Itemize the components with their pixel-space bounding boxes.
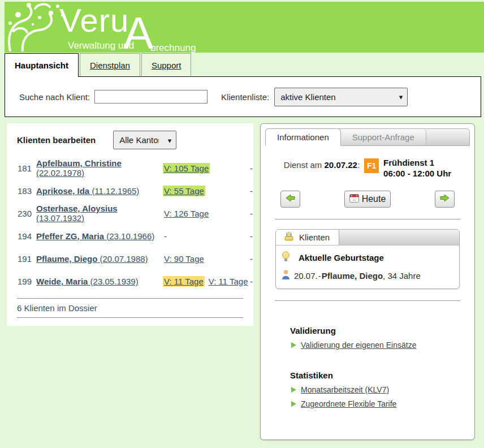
floral-ornament-icon	[6, 2, 67, 54]
tab-support[interactable]: Support	[141, 53, 192, 76]
shift-name: Frühdienst 1	[383, 158, 434, 167]
klient-search-input[interactable]	[94, 90, 208, 104]
client-row: 194 Pfeffer ZG, Maria (23.10.1966) - -	[17, 225, 243, 247]
person-icon	[282, 270, 290, 281]
klientenliste-select-wrap: aktive Klienten	[269, 88, 408, 106]
shift-details: Frühdienst 1 06:00 - 12:00 Uhr	[383, 157, 451, 179]
vacation-cell: V: 105 Tage	[163, 163, 245, 174]
client-row: 183 Aprikose, Ida (11.12.1965) V: 55 Tag…	[17, 179, 243, 202]
logo-text: Veru	[59, 4, 129, 37]
birthday-entry-row: 20.07.-Pflaume, Diego, 34 Jahre	[282, 270, 452, 281]
triangle-bullet-icon	[291, 342, 296, 348]
client-row: 181 Apfelbaum, Christine (22.02.1978) V:…	[17, 157, 243, 179]
client-row: 191 Pflaume, Diego (20.07.1988) V: 90 Ta…	[17, 247, 243, 270]
client-birthdate: (22.02.1978)	[36, 168, 84, 178]
divider	[275, 219, 460, 219]
section-validierung: Validierung Validierung der eigenen Eins…	[290, 326, 470, 350]
tab-hauptansicht[interactable]: Hauptansicht	[5, 53, 79, 77]
klienten-box-tab-strip: Klienten	[276, 230, 459, 245]
client-row: 230 Osterhase, Aloysius (13.07.1932) V: …	[17, 202, 243, 225]
client-id: 181	[17, 163, 32, 173]
client-id: 230	[17, 209, 32, 218]
client-row: 199 Weide, Maria (23.05.1939) V: 11 Tage…	[17, 270, 243, 292]
link-row: Monatsarbeitszeit (KLV7)	[291, 385, 470, 394]
prev-day-button[interactable]	[280, 191, 300, 208]
birthday-heading-row: Aktuelle Geburtstage	[282, 251, 452, 264]
date-navigation: 12 Heute	[265, 191, 470, 208]
app-window: Veru A Verwaltung und brechnung Hauptans…	[0, 0, 484, 448]
shift-badge: F1	[364, 158, 379, 173]
triangle-bullet-icon	[291, 401, 296, 407]
dash-value: -	[250, 209, 253, 218]
client-name: Pfeffer ZG, Maria	[36, 231, 104, 241]
vacation-cell: V: 55 Tage	[163, 186, 245, 196]
tab-informationen[interactable]: Informationen	[265, 128, 341, 146]
logo-subtitle-right: brechnung	[150, 42, 196, 54]
info-tab-strip: Informationen Support-Anfrage	[265, 128, 470, 146]
tab-support-anfrage[interactable]: Support-Anfrage	[341, 129, 426, 145]
logo-subtitle-left: Verwaltung und	[68, 40, 134, 51]
dash-value: -	[250, 254, 253, 264]
divider	[275, 300, 460, 301]
birthday-heading: Aktuelle Geburtstage	[299, 253, 384, 262]
klienten-box-body: Aktuelle Geburtstage 20.07.-Pflaume, Die…	[276, 245, 459, 288]
section-heading: Statistiken	[290, 371, 470, 380]
client-count-text: 6 Klienten im Dossier	[17, 303, 243, 313]
tab-klienten[interactable]: Klienten	[276, 230, 339, 245]
info-panel: Informationen Support-Anfrage Dienst am …	[260, 123, 475, 440]
vacation-badge[interactable]: V: 11 Tage	[208, 276, 249, 287]
klienten-box: Klienten Aktuelle Geburtstage	[275, 229, 460, 289]
client-link[interactable]: Osterhase, Aloysius (13.07.1932)	[36, 204, 158, 223]
client-birthdate: (23.05.1939)	[90, 277, 139, 286]
calendar-icon: 12	[349, 193, 359, 205]
link-monatsarbeitszeit[interactable]: Monatsarbeitszeit (KLV7)	[301, 385, 389, 394]
birthday-entry: 20.07.-Pflaume, Diego, 34 Jahre	[294, 271, 421, 281]
client-id: 199	[17, 277, 32, 286]
client-link[interactable]: Aprikose, Ida (11.12.1965)	[36, 186, 158, 196]
link-row: Validierung der eigenen Einsätze	[291, 341, 470, 350]
client-birthdate: (23.10.1966)	[106, 231, 154, 241]
dash-value: -	[250, 163, 253, 173]
arrow-left-icon	[286, 194, 295, 204]
client-rows: 181 Apfelbaum, Christine (22.02.1978) V:…	[17, 157, 243, 292]
today-button[interactable]: 12 Heute	[344, 191, 391, 208]
shift-time: 06:00 - 12:00 Uhr	[383, 169, 451, 178]
search-label: Suche nach Klient:	[19, 92, 90, 102]
dash-value: -	[250, 186, 253, 196]
divider	[17, 317, 243, 318]
app-header: Veru A Verwaltung und brechnung	[5, 2, 484, 53]
vacation-badge[interactable]: V: 11 Tage	[163, 276, 205, 287]
dash-value: -	[250, 231, 253, 241]
lightbulb-icon	[282, 251, 290, 264]
client-link[interactable]: Apfelbaum, Christine (22.02.1978)	[36, 158, 158, 178]
vacation-cell: V: 126 Tage	[163, 208, 245, 219]
tab-dienstplan[interactable]: Dienstplan	[80, 53, 140, 76]
vacation-badge: -	[163, 231, 168, 242]
kantone-select-wrap: Alle Kantone	[96, 131, 176, 149]
link-row: Zugeordnete Flexible Tarife	[291, 399, 470, 408]
svg-text:12: 12	[352, 198, 356, 201]
link-flexible-tarife[interactable]: Zugeordnete Flexible Tarife	[301, 399, 396, 408]
search-section: Suche nach Klient: Klientenliste: aktive…	[5, 76, 481, 117]
vacation-badge[interactable]: V: 105 Tage	[163, 163, 210, 174]
kantone-select[interactable]: Alle Kantone	[113, 131, 176, 149]
client-birthdate: (20.07.1988)	[100, 254, 148, 264]
klientenliste-select[interactable]: aktive Klienten	[274, 88, 408, 106]
client-birthdate: (11.12.1965)	[92, 186, 139, 196]
vacation-badge[interactable]: V: 90 Tage	[163, 253, 205, 264]
client-link[interactable]: Weide, Maria (23.05.1939)	[36, 277, 158, 286]
main-tab-bar: Hauptansicht Dienstplan Support	[5, 53, 484, 76]
client-id: 194	[17, 231, 32, 241]
service-info-row: Dienst am 20.07.22: F1 Frühdienst 1 06:0…	[265, 157, 470, 179]
link-validierung-einsaetze[interactable]: Validierung der eigenen Einsätze	[301, 341, 416, 350]
client-link[interactable]: Pfeffer ZG, Maria (23.10.1966)	[36, 231, 158, 241]
vacation-badge[interactable]: V: 126 Tage	[163, 208, 210, 219]
vacation-badge[interactable]: V: 55 Tage	[163, 186, 205, 196]
next-day-button[interactable]	[435, 191, 455, 208]
klienten-tab-label: Klienten	[299, 232, 330, 242]
dash-value: -	[250, 277, 253, 286]
vacation-cell: V: 90 Tage	[163, 253, 245, 264]
client-name: Weide, Maria	[36, 277, 88, 286]
client-link[interactable]: Pflaume, Diego (20.07.1988)	[36, 254, 158, 264]
birthday-cake-icon	[284, 232, 294, 243]
